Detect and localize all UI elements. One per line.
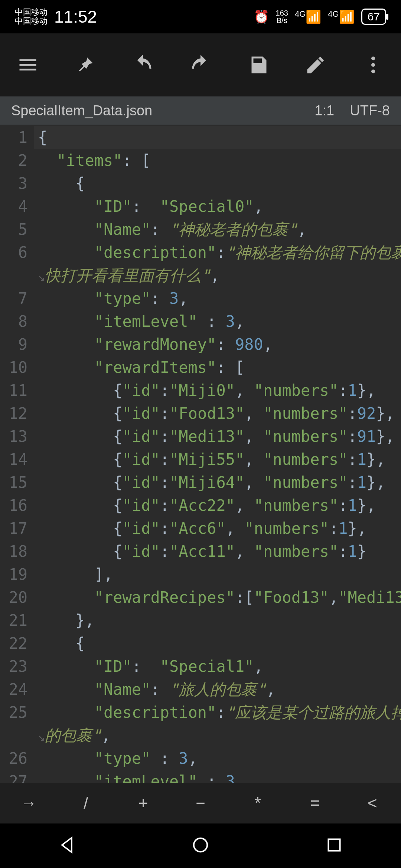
key-minus[interactable]: − <box>172 794 229 812</box>
code-line[interactable]: "type": 3, <box>34 287 401 310</box>
svg-point-2 <box>371 70 375 73</box>
code-line[interactable]: "description":"应该是某个过路的旅人掉落↙ <box>34 701 401 724</box>
code-line[interactable]: "ID": "Special0", <box>34 195 401 218</box>
code-line[interactable]: {"id":"Acc11", "numbers":1} <box>34 540 401 563</box>
android-nav-bar <box>0 823 401 868</box>
code-line[interactable]: ], <box>34 563 401 586</box>
code-line[interactable]: {"id":"Miji55", "numbers":1}, <box>34 448 401 471</box>
save-icon[interactable] <box>245 52 271 78</box>
code-line[interactable]: ↘快打开看看里面有什么", <box>34 264 401 287</box>
key-equals[interactable]: = <box>286 794 343 812</box>
carrier-2: 中国移动 <box>15 17 48 26</box>
net-speed: 163 B/s <box>276 9 288 24</box>
line-gutter: 1234567891011121314151617181920212223242… <box>0 125 34 783</box>
menu-icon[interactable] <box>15 52 41 78</box>
nav-recent-icon[interactable] <box>325 835 344 856</box>
edit-icon[interactable] <box>303 52 329 78</box>
encoding: UTF-8 <box>350 103 390 118</box>
app-toolbar <box>0 33 401 96</box>
more-icon[interactable] <box>360 52 386 78</box>
key-lt[interactable]: < <box>344 794 401 812</box>
cursor-position: 1:1 <box>314 103 334 118</box>
redo-icon[interactable] <box>188 52 213 78</box>
code-line[interactable]: { <box>34 126 401 149</box>
code-line[interactable]: ↘的包裹", <box>34 724 401 747</box>
pin-icon[interactable] <box>72 52 98 78</box>
code-line[interactable]: "Name": "神秘老者的包裹", <box>34 218 401 241</box>
svg-rect-4 <box>328 839 340 851</box>
key-star[interactable]: * <box>229 794 286 812</box>
code-line[interactable]: "rewardItems": [ <box>34 356 401 379</box>
signal-1: 4G📶 <box>295 9 321 24</box>
filename: SpecialItem_Data.json <box>11 103 152 119</box>
code-line[interactable]: {"id":"Acc6", "numbers":1}, <box>34 517 401 540</box>
carrier-1: 中国移动 <box>15 8 48 17</box>
code-line[interactable]: { <box>34 632 401 655</box>
battery: 67 <box>361 9 386 25</box>
code-line[interactable]: "items": [ <box>34 149 401 172</box>
file-meta: 1:1 UTF-8 <box>314 103 390 119</box>
clock: 11:52 <box>54 7 97 27</box>
key-slash[interactable]: / <box>57 794 114 812</box>
code-line[interactable]: {"id":"Acc22", "numbers":1}, <box>34 494 401 517</box>
signal-2: 4G📶 <box>328 9 354 24</box>
symbol-keyboard: → / + − * = < <box>0 783 401 823</box>
code-line[interactable]: "itemLevel" : 3, <box>34 310 401 333</box>
code-line[interactable]: }, <box>34 609 401 632</box>
svg-point-1 <box>371 63 375 67</box>
code-editor[interactable]: 1234567891011121314151617181920212223242… <box>0 125 401 783</box>
key-tab[interactable]: → <box>0 794 57 812</box>
alarm-icon: ⏰ <box>254 9 269 24</box>
nav-home-icon[interactable] <box>191 835 210 856</box>
code-line[interactable]: "rewardRecipes":["Food13","Medi13"] <box>34 586 401 609</box>
nav-back-icon[interactable] <box>57 835 76 856</box>
carrier-labels: 中国移动 中国移动 <box>15 8 48 26</box>
code-line[interactable]: {"id":"Miji0", "numbers":1}, <box>34 379 401 402</box>
code-line[interactable]: { <box>34 172 401 195</box>
code-line[interactable]: "itemLevel" : 3, <box>34 770 401 783</box>
svg-point-0 <box>371 57 375 60</box>
code-line[interactable]: "rewardMoney": 980, <box>34 333 401 356</box>
file-info-bar: SpecialItem_Data.json 1:1 UTF-8 <box>0 96 401 125</box>
status-bar: 中国移动 中国移动 11:52 ⏰ 163 B/s 4G📶 4G📶 67 <box>0 0 401 33</box>
code-line[interactable]: "type" : 3, <box>34 747 401 770</box>
code-line[interactable]: "description":"神秘老者给你留下的包裹， ↙ <box>34 241 401 264</box>
svg-point-3 <box>194 838 207 852</box>
code-line[interactable]: "ID": "Special1", <box>34 655 401 678</box>
code-line[interactable]: "Name": "旅人的包裹", <box>34 678 401 701</box>
code-line[interactable]: {"id":"Medi13", "numbers":91}, <box>34 425 401 448</box>
key-plus[interactable]: + <box>115 794 172 812</box>
code-line[interactable]: {"id":"Miji64", "numbers":1}, <box>34 471 401 494</box>
undo-icon[interactable] <box>130 52 156 78</box>
code-line[interactable]: {"id":"Food13", "numbers":92}, <box>34 402 401 425</box>
code-content[interactable]: { "items": [ { "ID": "Special0", "Name":… <box>34 125 401 783</box>
